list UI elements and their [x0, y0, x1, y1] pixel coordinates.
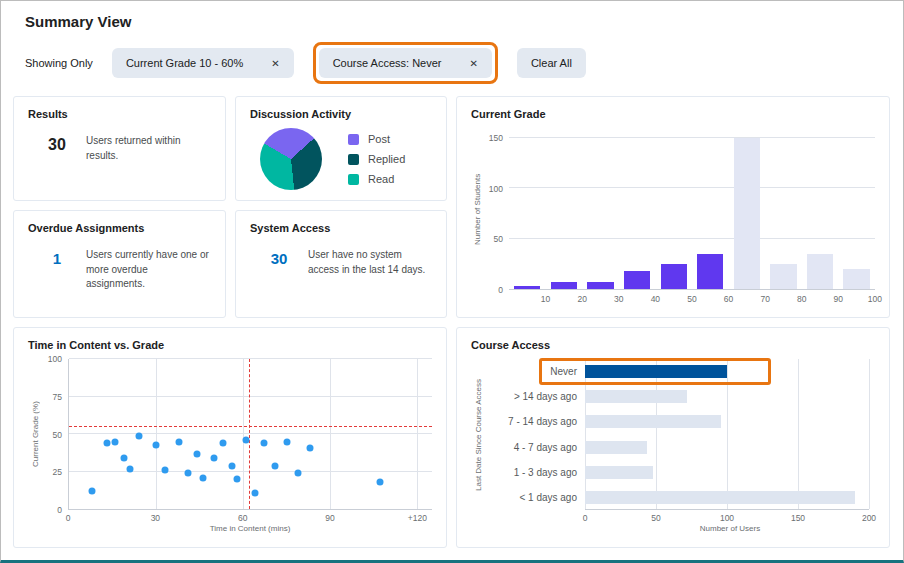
course-access-row: 7 - 14 days ago	[485, 409, 875, 434]
course-access-row: 1 - 3 days ago	[485, 460, 875, 485]
bar	[551, 282, 577, 289]
scatter-point	[121, 455, 128, 462]
x-tick-label: 50	[655, 290, 692, 306]
remove-filter-icon[interactable]: ✕	[469, 58, 477, 69]
filter-chip-label: Current Grade 10 - 60%	[126, 57, 243, 69]
discussion-pie	[260, 128, 322, 190]
filter-bar: Showing Only Current Grade 10 - 60% ✕ Co…	[25, 42, 891, 84]
remove-filter-icon[interactable]: ✕	[271, 58, 279, 69]
course-access-row: < 1 days ago	[485, 485, 875, 510]
gridline	[69, 396, 432, 397]
bar	[770, 264, 796, 289]
y-tick-label: 75	[53, 392, 62, 402]
scatter-point	[135, 432, 142, 439]
card-title: Course Access	[471, 339, 875, 351]
legend-item: Post	[348, 133, 405, 145]
bar-slot	[582, 128, 619, 289]
x-axis-ticks: 050100150200	[585, 510, 869, 524]
x-axis-ticks: 102030405060708090100	[509, 290, 875, 306]
results-stat: 30 Users returned within results.	[28, 128, 211, 189]
legend-item: Replied	[348, 153, 405, 165]
clear-all-button[interactable]: Clear All	[517, 48, 586, 78]
scatter-point	[251, 489, 258, 496]
card-title: System Access	[250, 222, 432, 234]
course-access-row: 4 - 7 days ago	[485, 435, 875, 460]
filter-chip-course-access[interactable]: Course Access: Never ✕	[319, 48, 492, 78]
y-axis-label: Number of Students	[471, 128, 483, 290]
legend-swatch-icon	[348, 174, 359, 185]
overdue-assignments-card: Overdue Assignments 1 Users currently ha…	[13, 210, 226, 318]
bar-slot	[765, 128, 802, 289]
scatter-point	[307, 444, 314, 451]
filter-chip-current-grade[interactable]: Current Grade 10 - 60% ✕	[112, 48, 294, 78]
bar	[807, 254, 833, 289]
bar	[514, 286, 540, 289]
results-card: Results 30 Users returned within results…	[13, 96, 226, 201]
bar-slot	[838, 128, 875, 289]
card-title: Discussion Activity	[250, 108, 432, 120]
scatter-point	[199, 474, 206, 481]
scatter-point	[376, 479, 383, 486]
scatter-point	[228, 462, 235, 469]
legend-item: Read	[348, 173, 405, 185]
discussion-legend: PostRepliedRead	[348, 133, 405, 185]
card-title: Time in Content vs. Grade	[28, 339, 432, 351]
x-tick-label: 0	[66, 513, 71, 523]
gridline	[69, 471, 432, 472]
scatter-point	[193, 450, 200, 457]
category-label: Never	[485, 366, 585, 377]
y-tick-label: 0	[57, 505, 62, 515]
filter-chip-label: Course Access: Never	[333, 57, 442, 69]
scatter-point	[153, 441, 160, 448]
results-value: 30	[28, 128, 86, 154]
bar-slot	[619, 128, 656, 289]
bar	[585, 365, 727, 378]
bar-cell	[585, 491, 869, 504]
x-tick-label: 200	[862, 513, 876, 523]
scatter-point	[185, 470, 192, 477]
bar	[585, 466, 653, 479]
x-tick-label: 100	[720, 513, 734, 523]
x-tick-label: 80	[765, 290, 802, 306]
reference-line-horizontal	[69, 426, 432, 427]
y-tick-label: 0	[498, 285, 503, 295]
category-label: < 1 days ago	[485, 492, 585, 503]
bar-cell	[585, 390, 869, 403]
showing-only-label: Showing Only	[25, 57, 93, 69]
bar-slot	[655, 128, 692, 289]
legend-label: Replied	[368, 153, 405, 165]
x-tick-label: 90	[802, 290, 839, 306]
scatter-point	[272, 462, 279, 469]
results-description: Users returned within results.	[86, 128, 211, 163]
course-access-row: Never	[485, 359, 875, 384]
bar	[734, 138, 760, 289]
system-access-card: System Access 30 User have no system acc…	[235, 210, 447, 318]
bar	[624, 271, 650, 289]
x-tick-label: 90	[325, 513, 334, 523]
category-label: 4 - 7 days ago	[485, 442, 585, 453]
x-tick-label: 30	[151, 513, 160, 523]
bar-slot	[692, 128, 729, 289]
bar-cell	[585, 415, 869, 428]
y-axis-ticks: 0255075100	[42, 359, 68, 510]
bar-cell	[585, 365, 869, 378]
scatter-plot-area	[68, 359, 432, 510]
overdue-value: 1	[28, 242, 86, 267]
legend-swatch-icon	[348, 154, 359, 165]
scatter-point	[260, 440, 267, 447]
gridline	[243, 359, 244, 509]
x-tick-label: 20	[546, 290, 583, 306]
bar	[661, 264, 687, 289]
category-label: > 14 days ago	[485, 391, 585, 402]
x-tick-label: 40	[619, 290, 656, 306]
y-tick-label: 50	[494, 234, 503, 244]
x-tick-label: 100	[838, 290, 875, 306]
x-tick-label: 150	[791, 513, 805, 523]
bars	[509, 128, 875, 289]
current-grade-card: Current Grade Number of Students 0501001…	[456, 96, 890, 318]
x-axis-label: Number of Users	[485, 524, 875, 536]
y-axis-label: Last Date Since Course Access	[471, 359, 485, 510]
scatter-chart: Current Grade (%) 0255075100 0306090+120…	[28, 359, 432, 536]
time-vs-grade-card: Time in Content vs. Grade Current Grade …	[13, 327, 447, 548]
x-tick-label: 0	[583, 513, 588, 523]
